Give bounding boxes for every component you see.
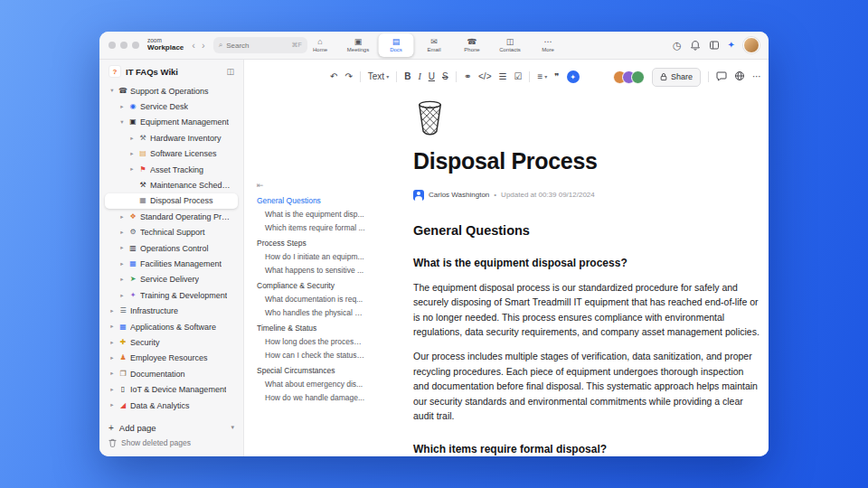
chevron-right-icon[interactable]: ▸	[118, 245, 126, 251]
chevron-down-icon[interactable]: ▾	[118, 119, 126, 126]
add-page-button[interactable]: + Add page ▾	[108, 419, 234, 436]
redo-button[interactable]: ↷	[344, 72, 352, 81]
sidebar-item-maintenance-schedules[interactable]: ⚒Maintenance Schedules	[105, 177, 238, 192]
nav-tab-email[interactable]: ✉Email	[417, 33, 452, 57]
chevron-right-icon[interactable]: ▸	[118, 230, 126, 236]
zoom-window-button[interactable]	[132, 42, 139, 49]
outline-item[interactable]: What documentation is req...	[257, 295, 365, 304]
collaborator-avatar[interactable]	[631, 70, 645, 84]
comment-insert-button[interactable]: ❞	[554, 72, 559, 81]
more-options-icon[interactable]: ⋯	[752, 72, 761, 81]
chevron-right-icon[interactable]: ▸	[108, 324, 116, 330]
outline-special-circumstances[interactable]: Special Circumstances	[257, 366, 365, 375]
close-window-button[interactable]	[108, 42, 116, 49]
undo-button[interactable]: ↶	[330, 72, 337, 81]
back-icon[interactable]: ‹	[192, 41, 195, 51]
notifications-bell-icon[interactable]	[690, 40, 701, 51]
sidebar-item-software-licenses[interactable]: ▸▤Software Licenses	[105, 146, 238, 162]
outline-timeline-status[interactable]: Timeline & Status	[257, 324, 365, 333]
outline-item[interactable]: How do we handle damage...	[257, 393, 365, 402]
outline-general-questions[interactable]: General Questions	[257, 196, 365, 205]
outline-item[interactable]: Which items require formal ...	[257, 223, 365, 232]
sidebar-item-training-development[interactable]: ▸✦Training & Development	[105, 287, 238, 303]
bullet-list-button[interactable]: ☰	[498, 72, 506, 81]
chevron-right-icon[interactable]: ▸	[108, 340, 116, 346]
outline-process-steps[interactable]: Process Steps	[257, 239, 365, 248]
sidebar-item-data-analytics[interactable]: ▸◢Data & Analytics	[105, 398, 238, 413]
nav-tab-contacts[interactable]: ◫Contacts	[493, 33, 528, 57]
sidebar-item-security[interactable]: ▸✚Security	[105, 334, 238, 350]
share-button[interactable]: Share	[652, 68, 701, 87]
outline-item[interactable]: How long does the process ...	[257, 337, 365, 346]
ai-assistant-button[interactable]: ✦	[567, 70, 580, 83]
chevron-right-icon[interactable]: ▸	[108, 308, 116, 314]
outline-item[interactable]: How do I initiate an equipm...	[257, 252, 365, 261]
forward-icon[interactable]: ›	[202, 41, 205, 51]
sidebar-item-facilities-management[interactable]: ▸▦Facilities Management	[105, 256, 238, 271]
show-deleted-pages-button[interactable]: Show deleted pages	[108, 436, 234, 450]
user-avatar[interactable]	[743, 37, 760, 53]
chevron-right-icon[interactable]: ▸	[108, 387, 116, 393]
nav-tab-home[interactable]: ⌂Home	[303, 33, 338, 57]
outline-item[interactable]: What happens to sensitive ...	[257, 266, 365, 275]
underline-button[interactable]: U	[429, 72, 435, 81]
comments-panel-icon[interactable]	[716, 69, 727, 85]
align-button[interactable]: ≡▾	[537, 72, 547, 81]
sidebar-item-documentation[interactable]: ▸❐Documentation	[105, 366, 238, 381]
sidebar-item-applications-software[interactable]: ▸▦Applications & Software	[105, 319, 238, 334]
chevron-right-icon[interactable]: ▸	[108, 355, 116, 361]
chevron-right-icon[interactable]: ▸	[128, 166, 136, 173]
schedule-icon[interactable]: ◷	[673, 41, 682, 51]
chevron-right-icon[interactable]: ▸	[108, 371, 116, 377]
text-style-select[interactable]: Text▾	[368, 72, 389, 81]
chevron-right-icon[interactable]: ▸	[118, 277, 126, 283]
sidebar-item-infrastructure[interactable]: ▸☰Infrastructure	[105, 303, 238, 318]
collapse-sidebar-icon[interactable]: ◫	[226, 67, 234, 76]
sidebar-item-asset-tracking[interactable]: ▸⚑Asset Tracking	[105, 162, 238, 177]
minimize-window-button[interactable]	[120, 42, 127, 49]
sidebar-item-technical-support[interactable]: ▸⚙Technical Support	[105, 225, 238, 240]
nav-tab-phone[interactable]: ☎Phone	[455, 33, 490, 57]
bold-button[interactable]: B	[404, 72, 410, 81]
sidebar-item-disposal-process[interactable]: ▦Disposal Process	[105, 193, 238, 209]
chevron-down-icon[interactable]: ▾	[108, 88, 116, 94]
chevron-right-icon[interactable]: ▸	[118, 261, 126, 267]
collapse-outline-icon[interactable]: ⇤	[257, 182, 365, 190]
sidebar-item-iot-device-management[interactable]: ▸▯IoT & Device Management	[105, 381, 238, 397]
chevron-right-icon[interactable]: ▸	[128, 136, 136, 142]
chevron-right-icon[interactable]: ▸	[118, 293, 126, 299]
trash-icon	[413, 99, 447, 136]
nav-tab-docs[interactable]: ▤Docs	[379, 33, 414, 57]
sidebar-item-equipment-management[interactable]: ▾▣Equipment Management	[105, 115, 238, 130]
sidebar-item-service-desk[interactable]: ▸◉Service Desk	[105, 99, 238, 114]
checklist-button[interactable]: ☑	[514, 72, 522, 81]
chevron-right-icon[interactable]: ▸	[108, 402, 116, 408]
sidebar-item-hardware-inventory[interactable]: ▸⚒Hardware Inventory	[105, 130, 238, 145]
chevron-right-icon[interactable]: ▸	[118, 104, 126, 110]
nav-tab-meetings[interactable]: ▣Meetings	[341, 33, 376, 57]
outline-item[interactable]: How can I check the status ...	[257, 351, 365, 360]
outline-compliance-security[interactable]: Compliance & Security	[257, 281, 365, 290]
global-search[interactable]: ⌕ ⌘F	[213, 37, 307, 53]
outline-item[interactable]: Who handles the physical di...	[257, 308, 365, 317]
sidebar-item-standard-operating-procedures[interactable]: ▸❖Standard Operating Procedures	[105, 209, 238, 224]
chevron-down-icon[interactable]: ▾	[231, 424, 234, 431]
nav-tab-more[interactable]: ⋯More	[531, 33, 566, 57]
chevron-right-icon[interactable]: ▸	[128, 151, 136, 157]
link-button[interactable]: ⚭	[464, 72, 471, 81]
italic-button[interactable]: I	[418, 72, 420, 81]
chevron-right-icon[interactable]: ▸	[118, 214, 126, 221]
panel-toggle-icon[interactable]	[709, 40, 720, 51]
globe-icon[interactable]	[734, 69, 745, 85]
sidebar-item-support-operations[interactable]: ▾☎Support & Operations	[105, 83, 238, 99]
strikethrough-button[interactable]: S	[442, 72, 448, 81]
search-input[interactable]	[226, 42, 268, 50]
code-button[interactable]: </>	[478, 72, 491, 81]
outline-item[interactable]: What is the equipment disp...	[257, 210, 365, 219]
document[interactable]: Disposal Process Carlos Washington • Upd…	[413, 88, 760, 456]
ai-companion-icon[interactable]: ✦	[728, 41, 735, 50]
outline-item[interactable]: What about emergency dis...	[257, 380, 365, 389]
sidebar-item-service-delivery[interactable]: ▸➤Service Delivery	[105, 272, 238, 287]
sidebar-item-employee-resources[interactable]: ▸♟Employee Resources	[105, 351, 238, 366]
sidebar-item-operations-control[interactable]: ▸▥Operations Control	[105, 240, 238, 256]
